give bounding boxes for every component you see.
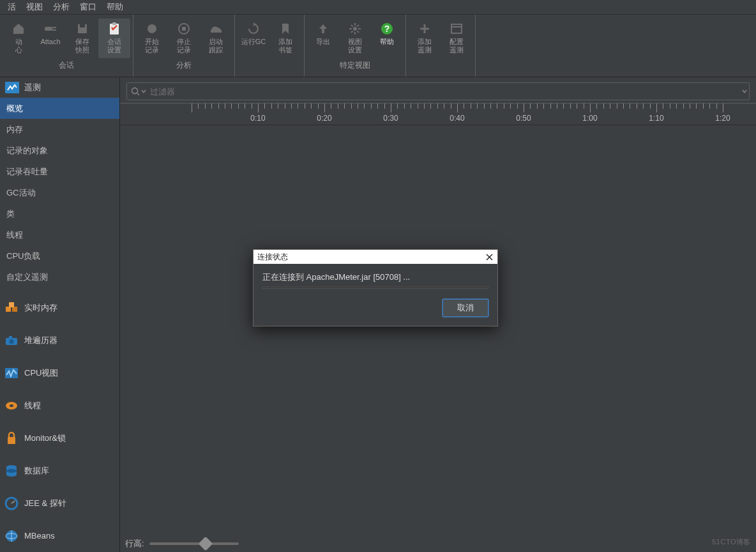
- disk-icon: [73, 21, 91, 36]
- tick-label: 1:20: [715, 114, 730, 123]
- pulse-icon: [4, 365, 19, 381]
- toolbar: 动心Attach保存快照会话设置会话开始记录停止记录启动跟踪分析运行GC添加书签…: [0, 15, 756, 77]
- svg-line-41: [11, 501, 15, 503]
- save-snapshot-button[interactable]: 保存快照: [66, 19, 98, 58]
- tick-label: 0:30: [383, 114, 398, 123]
- up-icon: [314, 21, 332, 36]
- sidebar-item[interactable]: 记录吞吐量: [0, 161, 119, 182]
- menu-item[interactable]: 分析: [48, 2, 75, 13]
- svg-line-18: [351, 31, 353, 33]
- rec-icon: [143, 21, 161, 36]
- stop-icon: [175, 21, 193, 36]
- sidebar-section-jee-probes[interactable]: JEE & 探针: [0, 487, 119, 519]
- run-gc-button[interactable]: 运行GC: [238, 19, 269, 58]
- config-telemetry-button[interactable]: 配置遥测: [441, 19, 472, 58]
- sidebar-item[interactable]: GC活动: [0, 182, 119, 203]
- menu-item[interactable]: 帮助: [102, 2, 128, 13]
- bookmark-icon: [276, 21, 294, 36]
- filter-dropdown[interactable]: [739, 82, 750, 100]
- home-icon: [10, 21, 27, 36]
- svg-rect-27: [12, 307, 17, 312]
- sidebar-section-live-mem[interactable]: 实时内存: [0, 291, 119, 324]
- svg-point-30: [10, 339, 14, 344]
- svg-line-16: [351, 25, 353, 27]
- start-center-button[interactable]: 动心: [3, 19, 34, 58]
- globe-icon: [4, 528, 19, 544]
- svg-rect-28: [9, 302, 14, 307]
- svg-rect-35: [8, 437, 15, 444]
- start-track-button[interactable]: 启动跟踪: [200, 19, 232, 58]
- session-settings-button[interactable]: 会话设置: [98, 19, 130, 58]
- window-icon: [448, 21, 465, 36]
- row-height-slider[interactable]: [149, 542, 239, 545]
- svg-point-7: [147, 24, 156, 33]
- sidebar-item[interactable]: 内存: [0, 119, 119, 140]
- db-icon: [4, 463, 19, 479]
- dialog-titlebar[interactable]: 连接状态: [253, 250, 497, 264]
- tick-label: 0:20: [317, 114, 331, 123]
- svg-line-46: [137, 93, 140, 96]
- svg-line-17: [358, 31, 359, 33]
- svg-point-34: [10, 404, 13, 407]
- plug-icon: [42, 21, 59, 36]
- lock-icon: [4, 431, 19, 446]
- close-icon[interactable]: [485, 252, 494, 261]
- sidebar-item[interactable]: 线程: [0, 224, 119, 245]
- camera-icon: [4, 333, 19, 348]
- cancel-button[interactable]: 取消: [442, 299, 488, 317]
- sidebar-section-mbeans[interactable]: MBeans: [0, 519, 119, 552]
- gauge-icon: [4, 496, 19, 511]
- start-rec-button[interactable]: 开始记录: [136, 19, 168, 58]
- attach-button[interactable]: Attach: [34, 19, 66, 58]
- svg-rect-9: [182, 27, 186, 31]
- view-settings-button[interactable]: 视图设置: [339, 19, 371, 58]
- svg-point-45: [132, 88, 138, 94]
- slider-thumb[interactable]: [198, 537, 213, 551]
- sidebar-header[interactable]: 遥测: [0, 77, 119, 98]
- menu-item[interactable]: 窗口: [75, 2, 102, 13]
- add-bookmark-button[interactable]: 添加书签: [269, 19, 301, 58]
- sidebar-item[interactable]: 记录的对象: [0, 140, 119, 161]
- svg-rect-24: [451, 24, 462, 33]
- filter-input[interactable]: [150, 87, 745, 96]
- gear-icon: [346, 21, 364, 36]
- connection-dialog: 连接状态 正在连接到 ApacheJMeter.jar [50708] ... …: [253, 249, 498, 326]
- sidebar-section-threads[interactable]: 线程: [0, 389, 119, 422]
- sidebar-item[interactable]: CPU负载: [0, 245, 119, 266]
- tick-label: 0:10: [250, 114, 265, 123]
- sidebar-item[interactable]: 概览: [0, 98, 119, 119]
- shoe-icon: [207, 21, 225, 36]
- add-telemetry-button[interactable]: 添加遥测: [409, 19, 441, 58]
- menu-item[interactable]: 活: [3, 2, 21, 13]
- recycle-icon: [245, 21, 262, 36]
- help-button[interactable]: ?帮助: [371, 19, 403, 58]
- menu-item[interactable]: 视图: [21, 2, 48, 13]
- sidebar-section-cpu-view[interactable]: CPU视图: [0, 356, 119, 389]
- tick-label: 1:10: [649, 114, 663, 123]
- sidebar-section-monitor-lock[interactable]: Monitor&锁: [0, 422, 119, 454]
- svg-point-38: [6, 473, 17, 477]
- sidebar-item[interactable]: 类: [0, 203, 119, 224]
- telemetry-icon: [5, 82, 19, 93]
- svg-point-11: [353, 27, 357, 31]
- sidebar-section-heap-walker[interactable]: 堆遍历器: [0, 324, 119, 356]
- svg-rect-26: [6, 307, 11, 312]
- tick-label: 1:00: [582, 114, 597, 123]
- svg-rect-6: [112, 22, 116, 25]
- sidebar-section-database[interactable]: 数据库: [0, 454, 119, 487]
- help-icon: ?: [378, 21, 396, 36]
- filter-box[interactable]: [126, 82, 750, 100]
- svg-rect-31: [9, 336, 12, 339]
- row-height-label: 行高:: [125, 538, 144, 549]
- sidebar-item[interactable]: 自定义遥测: [0, 266, 119, 288]
- sidebar: 遥测 概览内存记录的对象记录吞吐量GC活动类线程CPU负载自定义遥测 实时内存堆…: [0, 77, 120, 552]
- svg-rect-4: [80, 24, 85, 27]
- svg-point-39: [6, 469, 17, 473]
- export-button[interactable]: 导出: [307, 19, 339, 58]
- group-label: 分析: [176, 61, 192, 73]
- sidebar-header-label: 遥测: [24, 82, 41, 93]
- dialog-title: 连接状态: [257, 252, 288, 263]
- chart-canvas: [120, 125, 756, 552]
- timeline-ruler: 0:100:200:300:400:501:001:101:20: [120, 103, 756, 125]
- stop-rec-button[interactable]: 停止记录: [168, 19, 200, 58]
